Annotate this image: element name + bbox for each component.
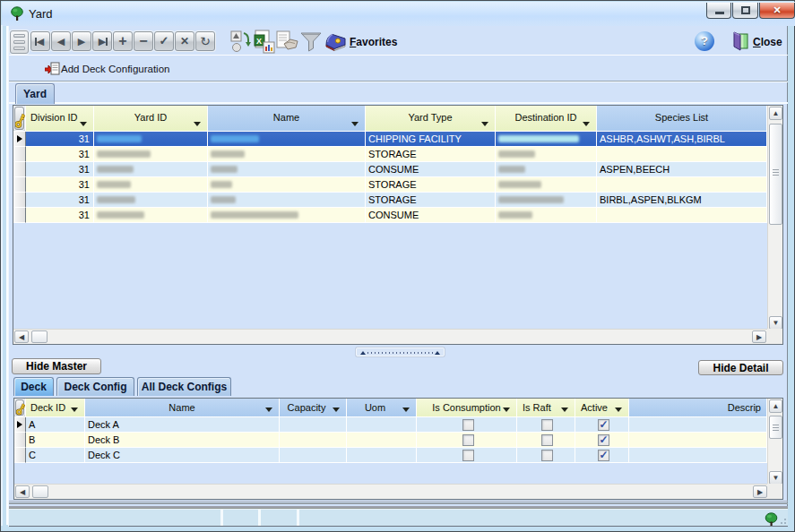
scroll-up-button[interactable]: ▲ xyxy=(769,399,782,413)
table-row[interactable]: BDeck B xyxy=(14,433,767,448)
column-header-uom[interactable]: Uom xyxy=(347,399,417,417)
splitter-handle[interactable] xyxy=(356,348,445,356)
yard-id-cell[interactable] xyxy=(94,132,208,147)
uom-cell[interactable] xyxy=(347,433,417,448)
scroll-right-button[interactable]: ▶ xyxy=(752,330,766,343)
tab-all-deck-configs[interactable]: All Deck Configs xyxy=(137,377,231,396)
yard-type-cell[interactable]: STORAGE xyxy=(366,147,496,162)
deck-name-cell[interactable]: Deck A xyxy=(85,417,280,433)
deck-id-cell[interactable]: C xyxy=(26,448,85,463)
species-list-cell[interactable] xyxy=(597,177,767,193)
species-list-cell[interactable]: ASHBR,ASHWT,ASH,BIRBL xyxy=(597,132,767,147)
division-id-cell[interactable]: 31 xyxy=(26,162,94,177)
name-cell[interactable] xyxy=(208,132,366,147)
dropdown-icon[interactable] xyxy=(351,122,359,126)
table-row[interactable]: 31CONSUME xyxy=(13,208,767,223)
dropdown-icon[interactable] xyxy=(194,122,201,126)
close-window-button[interactable]: ✕ xyxy=(759,3,795,19)
scroll-up-button[interactable]: ▲ xyxy=(769,107,782,120)
capacity-cell[interactable] xyxy=(280,433,347,448)
table-row[interactable]: CDeck C xyxy=(14,448,767,463)
cancel-edit-button[interactable]: ✕ xyxy=(175,31,194,51)
division-id-cell[interactable]: 31 xyxy=(26,193,94,208)
deck-name-cell[interactable]: Deck B xyxy=(85,433,280,448)
data-form-button[interactable] xyxy=(10,30,29,54)
column-header-deck-id[interactable]: Deck ID xyxy=(26,399,85,417)
refresh-button[interactable]: ↻ xyxy=(195,31,215,51)
dropdown-icon[interactable] xyxy=(503,408,510,412)
division-id-cell[interactable]: 31 xyxy=(26,147,94,162)
is-consumption-checkbox[interactable] xyxy=(417,448,517,463)
is-consumption-checkbox[interactable] xyxy=(462,450,474,461)
yard-type-cell[interactable]: STORAGE xyxy=(366,193,496,208)
help-icon[interactable]: ? xyxy=(695,31,714,51)
yard-id-cell[interactable] xyxy=(94,208,208,223)
is-raft-checkbox[interactable] xyxy=(541,434,553,446)
scroll-thumb[interactable] xyxy=(769,416,782,439)
key-column-header[interactable] xyxy=(14,399,26,417)
is-consumption-checkbox[interactable] xyxy=(417,417,517,433)
row-selector[interactable] xyxy=(13,208,26,223)
filter-icon[interactable] xyxy=(299,30,323,57)
division-id-cell[interactable]: 31 xyxy=(26,177,94,193)
dropdown-icon[interactable] xyxy=(265,408,272,412)
dropdown-icon[interactable] xyxy=(561,408,568,412)
destination-id-cell[interactable] xyxy=(496,132,597,147)
yard-type-cell[interactable]: CONSUME xyxy=(366,208,496,223)
is-raft-checkbox[interactable] xyxy=(517,448,575,463)
is-consumption-checkbox[interactable] xyxy=(462,419,474,431)
yard-type-cell[interactable]: STORAGE xyxy=(366,177,496,193)
scroll-down-button[interactable]: ▼ xyxy=(769,316,782,330)
favorites-book-icon[interactable] xyxy=(323,29,348,57)
row-selector[interactable] xyxy=(14,433,26,448)
post-edit-button[interactable]: ✓ xyxy=(154,31,174,51)
next-record-button[interactable]: ▶ xyxy=(72,31,91,51)
active-checkbox[interactable] xyxy=(575,448,629,463)
species-list-cell[interactable]: BIRBL,ASPEN,BLKGM xyxy=(597,193,767,208)
minimize-button[interactable] xyxy=(706,3,731,19)
yard-id-cell[interactable] xyxy=(94,177,208,193)
column-header-species-list[interactable]: Species List xyxy=(597,106,767,132)
name-cell[interactable] xyxy=(208,208,366,223)
row-selector[interactable] xyxy=(14,417,26,433)
close-button-label[interactable]: Close xyxy=(753,36,782,48)
dropdown-icon[interactable] xyxy=(402,408,410,412)
last-record-button[interactable]: ▶ xyxy=(92,31,112,51)
active-checkbox[interactable] xyxy=(598,419,609,431)
active-checkbox[interactable] xyxy=(598,450,609,461)
scroll-left-button[interactable]: ◀ xyxy=(15,485,30,498)
deck-id-cell[interactable]: A xyxy=(26,417,85,433)
capacity-cell[interactable] xyxy=(280,448,347,463)
column-header-division-id[interactable]: Division ID xyxy=(26,106,94,132)
column-header-destination-id[interactable]: Destination ID xyxy=(496,106,597,132)
edit-icon[interactable] xyxy=(275,30,299,57)
yard-id-cell[interactable] xyxy=(94,193,208,208)
is-raft-checkbox[interactable] xyxy=(541,419,553,431)
column-header-is-raft[interactable]: Is Raft xyxy=(517,399,575,417)
division-id-cell[interactable]: 31 xyxy=(26,132,94,147)
is-raft-checkbox[interactable] xyxy=(517,433,575,448)
column-header-description[interactable]: Descrip xyxy=(629,399,767,417)
column-header-name[interactable]: Name xyxy=(208,106,366,132)
active-checkbox[interactable] xyxy=(575,433,629,448)
maximize-button[interactable] xyxy=(732,3,758,19)
yard-type-cell[interactable]: CHIPPING FACILITY xyxy=(366,132,496,147)
detail-vertical-scrollbar[interactable]: ▲ ▼ xyxy=(767,399,782,485)
row-selector[interactable] xyxy=(14,448,26,463)
sort-icon[interactable] xyxy=(230,30,253,57)
name-cell[interactable] xyxy=(208,177,366,193)
capacity-cell[interactable] xyxy=(280,417,347,433)
name-cell[interactable] xyxy=(208,193,366,208)
row-selector[interactable] xyxy=(13,132,26,147)
active-checkbox[interactable] xyxy=(575,417,629,433)
row-selector[interactable] xyxy=(13,177,26,193)
yard-id-cell[interactable] xyxy=(94,147,208,162)
dropdown-icon[interactable] xyxy=(615,408,622,412)
first-record-button[interactable]: ◀ xyxy=(30,31,50,51)
table-row[interactable]: 31STORAGE xyxy=(13,147,767,162)
description-cell[interactable] xyxy=(629,417,767,433)
name-cell[interactable] xyxy=(208,147,366,162)
uom-cell[interactable] xyxy=(347,417,417,433)
add-record-button[interactable]: + xyxy=(113,31,133,51)
uom-cell[interactable] xyxy=(347,448,417,463)
